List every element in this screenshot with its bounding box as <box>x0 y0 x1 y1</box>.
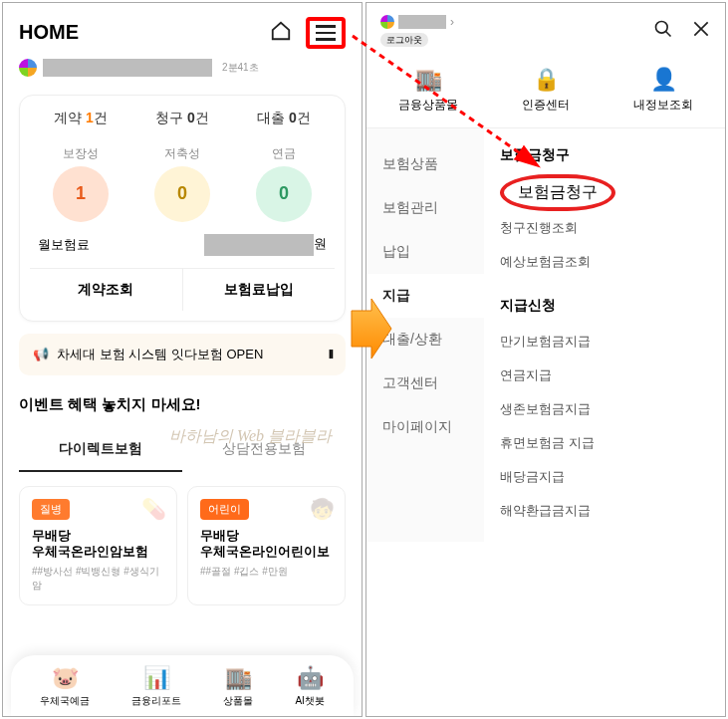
nav-chatbot[interactable]: 🤖AI챗봇 <box>295 665 324 708</box>
top-shortcut-menu: 🏬금융상품몰 🔒인증센터 👤내정보조회 <box>366 59 725 128</box>
stat-claims[interactable]: 청구 0건 <box>155 110 209 127</box>
menu-section-title: 지급신청 <box>500 297 709 315</box>
svg-line-1 <box>666 31 671 36</box>
stat-loans[interactable]: 대출 0건 <box>257 110 311 127</box>
tab-direct[interactable]: 다이렉트보험 <box>19 428 182 472</box>
brand-logo-icon <box>19 59 37 77</box>
product-decor-icon: 💊 <box>141 497 166 521</box>
pause-icon[interactable]: II <box>329 347 332 361</box>
chart-icon: 📊 <box>131 665 181 691</box>
nav-mall[interactable]: 🏬상품몰 <box>223 665 253 708</box>
menu-link[interactable]: 생존보험금지급 <box>500 392 709 426</box>
menu-detail: 보험금청구 보험금청구 청구진행조회 예상보험금조회 지급신청 만기보험금지급연… <box>484 128 725 542</box>
product-tags: ##골절 #깁스 #만원 <box>200 565 333 579</box>
pay-premium-button[interactable]: 보험료납입 <box>183 269 336 311</box>
event-heading: 이벤트 혜택 놓치지 마세요! <box>3 383 362 418</box>
menu-drawer-screen: › 로그아웃 🏬금융상품몰 🔒인증센터 👤내정보조회 보험상품보험관리납입지급대… <box>365 2 726 717</box>
nav-report[interactable]: 📊금융리포트 <box>131 665 181 708</box>
cert-icon: 🔒 <box>522 67 570 93</box>
brand-name-masked <box>43 59 212 77</box>
home-screen: HOME 2분41초 계약 1건 청구 0건 대출 0건 보장성1 저축성0 연… <box>2 2 363 717</box>
home-icon[interactable] <box>270 20 292 46</box>
logout-button[interactable]: 로그아웃 <box>380 33 428 47</box>
menu-category-item[interactable]: 지급 <box>366 274 484 318</box>
product-list: 💊 질병 무배당우체국온라인암보험 ##방사선 #빅뱅신형 #생식기암 🧒 어린… <box>3 472 362 620</box>
person-icon: 👤 <box>633 67 693 93</box>
brand-logo-icon <box>380 15 394 29</box>
product-card[interactable]: 💊 질병 무배당우체국온라인암보험 ##방사선 #빅뱅신형 #생식기암 <box>19 486 177 606</box>
close-icon[interactable] <box>691 19 711 44</box>
shortcut-cert[interactable]: 🔒인증센터 <box>522 67 570 114</box>
menu-category-item[interactable]: 대출/상환 <box>366 318 484 361</box>
menu-link[interactable]: 청구진행조회 <box>500 211 709 245</box>
premium-amount-masked <box>204 234 314 256</box>
drawer-header: › 로그아웃 <box>366 3 725 59</box>
product-decor-icon: 🧒 <box>310 497 335 521</box>
shortcut-myinfo[interactable]: 👤내정보조회 <box>633 67 693 114</box>
circle-protection[interactable]: 보장성1 <box>53 145 109 222</box>
menu-link[interactable]: 만기보험금지급 <box>500 325 709 359</box>
menu-category-item[interactable]: 보험상품 <box>366 142 484 186</box>
menu-section-title: 보험금청구 <box>500 146 709 164</box>
watermark: 바하남의 Web 블라블라 <box>169 426 332 447</box>
mall-icon: 🏬 <box>398 67 458 93</box>
menu-body: 보험상품보험관리납입지급대출/상환고객센터마이페이지 보험금청구 보험금청구 청… <box>366 128 725 542</box>
menu-link-claim[interactable]: 보험금청구 <box>500 174 709 211</box>
bottom-nav: 🐷우체국예금 📊금융리포트 🏬상품몰 🤖AI챗봇 <box>11 655 354 716</box>
menu-link[interactable]: 배당금지급 <box>500 460 709 494</box>
search-icon[interactable] <box>653 19 673 44</box>
menu-category-item[interactable]: 고객센터 <box>366 361 484 405</box>
header: HOME <box>3 3 362 59</box>
banner-text: 차세대 보험 시스템 잇다보험 OPEN <box>57 347 263 361</box>
piggy-icon: 🐷 <box>40 665 90 691</box>
circle-pension[interactable]: 연금0 <box>256 145 312 222</box>
stat-contracts[interactable]: 계약 1건 <box>54 110 108 127</box>
session-time: 2분41초 <box>222 61 259 75</box>
megaphone-icon: 📢 <box>33 347 49 361</box>
highlight-circle: 보험금청구 <box>500 174 615 211</box>
menu-link[interactable]: 휴면보험금 지급 <box>500 426 709 460</box>
summary-card: 계약 1건 청구 0건 대출 0건 보장성1 저축성0 연금0 월보험료 원 계… <box>19 95 346 322</box>
nav-savings[interactable]: 🐷우체국예금 <box>40 665 90 708</box>
product-tags: ##방사선 #빅뱅신형 #생식기암 <box>32 565 164 593</box>
menu-category-item[interactable]: 보험관리 <box>366 186 484 230</box>
shortcut-mall[interactable]: 🏬금융상품몰 <box>398 67 458 114</box>
menu-link[interactable]: 해약환급금지급 <box>500 494 709 528</box>
robot-icon: 🤖 <box>295 665 324 691</box>
mall-icon: 🏬 <box>223 665 253 691</box>
menu-link[interactable]: 예상보험금조회 <box>500 245 709 279</box>
product-card[interactable]: 🧒 어린이 무배당우체국온라인어린이보 ##골절 #깁스 #만원 <box>187 486 346 606</box>
menu-categories: 보험상품보험관리납입지급대출/상환고객센터마이페이지 <box>366 128 484 542</box>
page-title: HOME <box>19 21 79 44</box>
circle-savings[interactable]: 저축성0 <box>154 145 210 222</box>
premium-unit: 원 <box>314 236 327 251</box>
menu-category-item[interactable]: 납입 <box>366 230 484 274</box>
brand-name-masked <box>398 15 446 29</box>
promo-banner[interactable]: 📢차세대 보험 시스템 잇다보험 OPEN II <box>19 334 346 375</box>
premium-label: 월보험료 <box>38 236 90 254</box>
chevron-right-icon[interactable]: › <box>450 15 454 29</box>
menu-link[interactable]: 연금지급 <box>500 359 709 392</box>
menu-category-item[interactable]: 마이페이지 <box>366 405 484 449</box>
hamburger-highlight <box>306 17 346 49</box>
svg-point-0 <box>656 21 668 33</box>
contract-lookup-button[interactable]: 계약조회 <box>30 269 183 311</box>
product-badge: 질병 <box>32 499 70 520</box>
hamburger-menu-icon[interactable] <box>316 25 336 41</box>
logo-row: 2분41초 <box>3 59 362 83</box>
premium-row: 월보험료 원 <box>30 234 335 256</box>
product-badge: 어린이 <box>200 499 249 520</box>
